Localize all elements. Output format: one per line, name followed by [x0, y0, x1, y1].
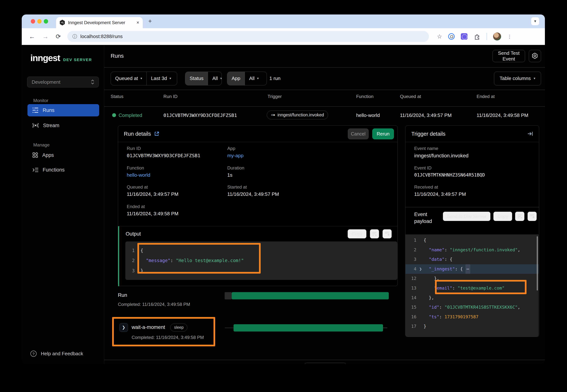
help-icon: ?: [30, 350, 37, 357]
step-trail-line: [383, 328, 387, 328]
extensions-puzzle-icon[interactable]: [474, 33, 481, 40]
run-id-label: Run ID: [127, 146, 141, 151]
sidebar-item-apps[interactable]: Apps: [28, 149, 99, 161]
tab-search-chevron-icon[interactable]: ▾: [531, 17, 539, 25]
timeline-run-label: Run: [118, 292, 127, 298]
row-function: hello-world: [356, 112, 380, 118]
collapsed-json-row[interactable]: 4❯ "_inngest": { ⋯: [406, 264, 539, 274]
comma: ,: [518, 245, 520, 255]
column-header-queued: Queued at: [400, 94, 421, 99]
step-duration-bar[interactable]: [234, 324, 383, 332]
time-range-value: Last 3d: [151, 76, 167, 81]
line-number: 1: [406, 236, 416, 245]
time-filter[interactable]: Queued at▾ Last 3d▾: [111, 72, 177, 85]
column-header-ended: Ended at: [477, 94, 495, 99]
line-number: 15: [406, 303, 416, 312]
stream-broadcast-icon: [32, 123, 39, 128]
json-key: "ts": [429, 312, 439, 322]
word-wrap-icon[interactable]: [515, 211, 524, 221]
scroll-to-bottom-icon[interactable]: [383, 229, 392, 239]
cancel-button[interactable]: Cancel: [348, 128, 369, 139]
collapsed-ellipsis[interactable]: ⋯: [466, 264, 470, 274]
tab-close-icon[interactable]: ×: [136, 20, 139, 25]
collapse-chevron-icon[interactable]: ❯: [419, 264, 424, 274]
purple-extension-icon[interactable]: [461, 33, 467, 40]
column-header-trigger: Trigger: [268, 94, 282, 99]
run-count: 1 run: [269, 76, 281, 81]
run-duration-bar[interactable]: [232, 292, 389, 299]
sidebar-item-runs[interactable]: Runs: [28, 104, 99, 116]
scroll-to-bottom-icon[interactable]: [527, 211, 537, 221]
inngest-logo: inngest: [30, 53, 60, 63]
container-bottom-border: [104, 360, 545, 360]
code-scrollbar-thumb[interactable]: [537, 236, 538, 291]
app-content: inngest DEV SERVER Development Monitor R…: [22, 45, 545, 364]
duration-value: 1s: [227, 172, 232, 178]
chevron-down-icon: ▾: [257, 76, 259, 80]
column-header-function: Function: [356, 94, 373, 99]
send-to-dev-server-button[interactable]: Send to Dev Server: [443, 211, 491, 221]
back-icon[interactable]: ←: [29, 33, 35, 40]
line-number: 2: [125, 256, 135, 266]
collapse-panel-icon[interactable]: [527, 131, 533, 136]
json-key: "name": [429, 245, 444, 255]
function-link[interactable]: hello-world: [127, 172, 150, 178]
colon: :: [439, 312, 444, 322]
help-label: Help and Feedback: [41, 351, 83, 357]
annotation-highlight-output-json: [137, 243, 261, 274]
site-info-icon[interactable]: ⓘ: [72, 33, 77, 40]
rerun-button[interactable]: Rerun: [372, 128, 394, 139]
json-string: "inngest/function.invoked": [450, 245, 518, 255]
environment-select[interactable]: Development: [27, 77, 99, 87]
address-bar[interactable]: ⓘ localhost:8288/runs: [67, 31, 429, 42]
partial-button-clipped[interactable]: [304, 363, 346, 364]
url-text: localhost:8288/runs: [80, 34, 123, 39]
code-text: }: [424, 322, 426, 331]
trigger-badge[interactable]: «● inngest/function.invoked: [267, 111, 328, 119]
forward-icon[interactable]: →: [42, 33, 48, 40]
event-name-label: Event name: [414, 146, 438, 151]
password-manager-extension-icon[interactable]: [448, 33, 455, 40]
settings-gear-button[interactable]: [529, 50, 541, 62]
bookmark-star-icon[interactable]: ☆: [437, 33, 442, 40]
output-copy-button[interactable]: Copy: [348, 229, 367, 239]
send-test-event-button[interactable]: Send Test Event: [493, 50, 525, 62]
sidebar-item-functions[interactable]: Functions: [28, 164, 99, 176]
table-columns-button[interactable]: Table columns ▾: [494, 72, 541, 85]
app-filter[interactable]: App All▾: [227, 72, 267, 85]
started-at-label: Started at: [227, 184, 247, 190]
event-name-value: inngest/function.invoked: [414, 153, 468, 159]
invoke-icon: «●: [271, 113, 275, 117]
timeline-run-completed: Completed: 11/16/2024, 3:49:58 PM: [118, 302, 190, 307]
chevron-down-icon: ▾: [170, 76, 171, 80]
window-zoom-button[interactable]: [44, 19, 48, 23]
reload-icon[interactable]: ⟳: [56, 33, 61, 40]
line-number: 3: [406, 255, 416, 264]
sidebar-item-stream[interactable]: Stream: [28, 119, 99, 132]
window-close-button[interactable]: [31, 19, 35, 23]
status-filter[interactable]: Status All▾: [185, 72, 222, 85]
trigger-details-title: Trigger details: [411, 131, 446, 137]
word-wrap-icon[interactable]: [370, 229, 379, 239]
new-tab-button[interactable]: +: [148, 18, 152, 25]
chevron-down-icon: ▾: [141, 76, 142, 80]
line-number: 14: [406, 293, 416, 303]
chevron-updown-icon: [91, 79, 94, 84]
browser-tab[interactable]: Inngest Development Server ×: [56, 17, 143, 28]
column-header-run-id: Run ID: [163, 94, 177, 99]
app-link[interactable]: my-app: [227, 153, 244, 158]
line-number: 4: [406, 264, 416, 274]
browser-menu-icon[interactable]: ⋮: [507, 34, 512, 39]
json-number: 1731790197587: [444, 312, 479, 322]
help-and-feedback[interactable]: ? Help and Feedback: [30, 350, 83, 357]
sidebar-item-label: Functions: [43, 167, 65, 173]
favicon-inngest-icon: [60, 20, 65, 26]
sidebar: inngest DEV SERVER Development Monitor R…: [22, 45, 104, 364]
payload-copy-button[interactable]: Copy: [493, 211, 512, 221]
divider: [104, 90, 545, 90]
profile-avatar[interactable]: [493, 32, 501, 41]
indent: [424, 303, 429, 312]
window-minimize-button[interactable]: [37, 19, 42, 23]
json-key: "data": [429, 255, 444, 264]
external-link-icon[interactable]: [154, 131, 159, 136]
